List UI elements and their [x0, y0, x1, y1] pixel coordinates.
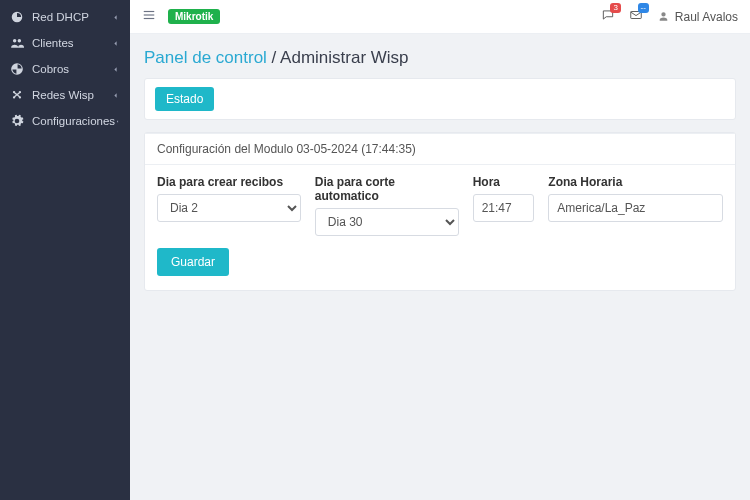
zona-label: Zona Horaria	[548, 175, 723, 189]
form-group-corte: Dia para corte automatico Dia 30	[315, 175, 459, 236]
recibos-label: Dia para crear recibos	[157, 175, 301, 189]
brand-badge: Mikrotik	[168, 9, 220, 24]
breadcrumb: Panel de control / Administrar Wisp	[144, 48, 736, 68]
sidebar-item-label: Redes Wisp	[32, 89, 94, 101]
menu-toggle-button[interactable]	[142, 8, 156, 25]
chart-icon	[10, 62, 24, 76]
chevron-left-icon	[111, 91, 120, 100]
sidebar-item-configuraciones[interactable]: Configuraciones	[0, 108, 130, 134]
gear-icon	[10, 114, 24, 128]
zona-input[interactable]	[548, 194, 723, 222]
breadcrumb-separator: /	[267, 48, 280, 67]
corte-select[interactable]: Dia 30	[315, 208, 459, 236]
chevron-left-icon	[115, 117, 120, 126]
main-area: Mikrotik 3 -- Raul Avalos Panel de contr…	[130, 0, 750, 500]
mail-notification-count: --	[638, 3, 649, 13]
breadcrumb-root-link[interactable]: Panel de control	[144, 48, 267, 67]
chevron-left-icon	[111, 65, 120, 74]
config-panel: Configuración del Modulo 03-05-2024 (17:…	[144, 132, 736, 291]
hora-label: Hora	[473, 175, 535, 189]
form-group-hora: Hora	[473, 175, 535, 236]
config-panel-header: Configuración del Modulo 03-05-2024 (17:…	[145, 133, 735, 164]
user-name: Raul Avalos	[675, 10, 738, 24]
sidebar-item-redes-wisp[interactable]: Redes Wisp	[0, 82, 130, 108]
corte-label: Dia para corte automatico	[315, 175, 459, 203]
chat-notifications-button[interactable]: 3	[601, 8, 615, 25]
content: Panel de control / Administrar Wisp Esta…	[130, 34, 750, 500]
network-icon	[10, 88, 24, 102]
sidebar-item-label: Clientes	[32, 37, 74, 49]
dashboard-icon	[10, 10, 24, 24]
sidebar-item-red-dhcp[interactable]: Red DHCP	[0, 4, 130, 30]
form-group-recibos: Dia para crear recibos Dia 2	[157, 175, 301, 236]
user-menu[interactable]: Raul Avalos	[657, 10, 738, 24]
form-group-zona: Zona Horaria	[548, 175, 723, 236]
user-icon	[657, 10, 670, 23]
recibos-select[interactable]: Dia 2	[157, 194, 301, 222]
hora-input[interactable]	[473, 194, 535, 222]
sidebar: Red DHCP Clientes Cobros Redes Wisp Conf…	[0, 0, 130, 500]
mail-notifications-button[interactable]: --	[629, 8, 643, 25]
config-form: Dia para crear recibos Dia 2 Dia para co…	[145, 164, 735, 290]
sidebar-item-cobros[interactable]: Cobros	[0, 56, 130, 82]
sidebar-item-label: Configuraciones	[32, 115, 115, 127]
sidebar-item-label: Cobros	[32, 63, 69, 75]
save-button[interactable]: Guardar	[157, 248, 229, 276]
status-button[interactable]: Estado	[155, 87, 214, 111]
chat-notification-count: 3	[610, 3, 620, 13]
sidebar-item-clientes[interactable]: Clientes	[0, 30, 130, 56]
breadcrumb-current: Administrar Wisp	[280, 48, 408, 67]
status-panel: Estado	[144, 78, 736, 120]
chevron-left-icon	[111, 39, 120, 48]
sidebar-item-label: Red DHCP	[32, 11, 89, 23]
chevron-left-icon	[111, 13, 120, 22]
hamburger-icon	[142, 8, 156, 22]
topbar: Mikrotik 3 -- Raul Avalos	[130, 0, 750, 34]
users-icon	[10, 36, 24, 50]
